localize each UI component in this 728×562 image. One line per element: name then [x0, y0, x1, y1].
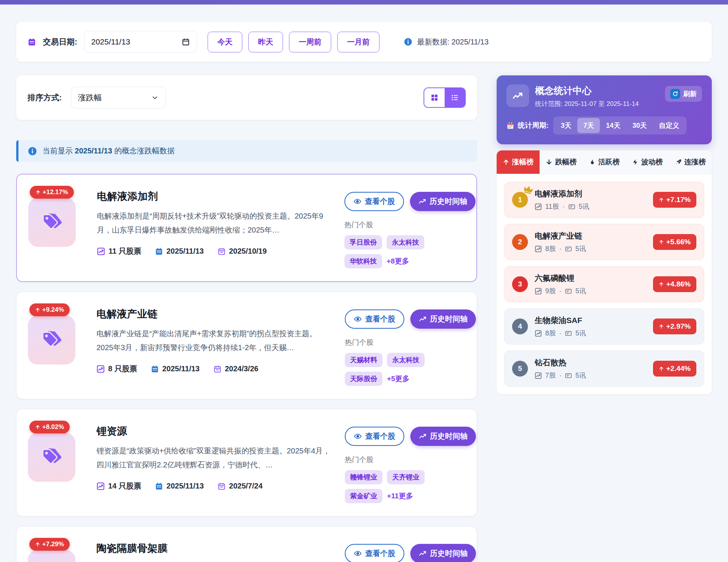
- rank-meta: 11股 · 5讯: [535, 202, 646, 211]
- calendar-check-icon: [217, 482, 226, 490]
- grid-icon: [430, 93, 439, 102]
- meta-separator: ·: [559, 372, 561, 380]
- tags-icon: [40, 211, 64, 234]
- rank-meta: 8股 · 5讯: [535, 329, 646, 338]
- latest-data-label: 最新数据: 2025/11/13: [417, 37, 489, 47]
- stock-tag[interactable]: 永太科技: [387, 235, 424, 250]
- news-icon: [565, 372, 572, 379]
- period-14d-button[interactable]: 14天: [600, 118, 626, 133]
- rank-change-badge: +5.66%: [653, 234, 696, 250]
- timeline-chart-icon: [418, 198, 426, 205]
- rank-item[interactable]: 1 电解液添加剂 11股 · 5讯 +7.17: [504, 182, 704, 218]
- history-timeline-button[interactable]: 历史时间轴: [410, 544, 476, 562]
- view-stocks-button[interactable]: 查看个股: [344, 192, 404, 211]
- rank-change-badge: +2.97%: [653, 319, 696, 334]
- stock-tag[interactable]: 天齐锂业: [387, 470, 425, 484]
- concept-title: 电解液添加剂: [97, 190, 333, 203]
- concept-card[interactable]: +12.17% 电解液添加剂 电解液添加剂是“周期反转+技术升级”双轮驱动的投资…: [16, 174, 477, 282]
- today-button[interactable]: 今天: [208, 32, 242, 52]
- history-timeline-button[interactable]: 历史时间轴: [410, 192, 476, 211]
- date-filter-label: 交易日期:: [43, 37, 77, 47]
- calendar-icon: [151, 365, 159, 373]
- concept-card[interactable]: +9.24% 电解液产业链 电解液产业链是“产能出清尾声+需求复苏初期”的拐点型…: [16, 292, 477, 399]
- list-icon: [450, 93, 459, 102]
- rank-meta: 7股 · 5讯: [535, 371, 646, 380]
- more-stocks-link[interactable]: +11更多: [387, 491, 413, 501]
- stock-tag[interactable]: 天赐材料: [345, 353, 382, 367]
- date-picker-icon[interactable]: [182, 38, 190, 46]
- hot-stocks-label: 热门个股: [345, 338, 465, 348]
- list-view-button[interactable]: [445, 88, 465, 107]
- more-stocks-link[interactable]: +5更多: [387, 374, 410, 384]
- ranking-list: 1 电解液添加剂 11股 · 5讯 +7.17: [497, 174, 712, 394]
- concept-thumbnail: [28, 315, 75, 364]
- news-icon: [565, 330, 572, 337]
- create-date: 2024/3/26: [213, 364, 258, 373]
- stock-tag[interactable]: 华软科技: [344, 254, 382, 268]
- tab-losers[interactable]: 跌幅榜: [540, 150, 583, 174]
- tab-volatility[interactable]: 波动榜: [626, 150, 669, 174]
- calendar-check-icon: [217, 247, 226, 256]
- eye-icon: [354, 550, 362, 557]
- rank-concept-name: 钻石散热: [535, 357, 646, 368]
- concept-title: 电解液产业链: [96, 307, 333, 321]
- create-date: 2025/7/24: [217, 482, 263, 490]
- ranking-tabs: 涨幅榜 跌幅榜 活跃榜 波动榜 连涨榜: [497, 150, 712, 174]
- notice-text: 当前显示 2025/11/13 的概念涨跌幅数据: [43, 146, 174, 156]
- tab-active[interactable]: 活跃榜: [583, 150, 626, 174]
- arrow-up-icon: [35, 307, 40, 312]
- hot-stocks-label: 热门个股: [344, 220, 465, 230]
- history-timeline-button[interactable]: 历史时间轴: [410, 309, 476, 329]
- rank-item[interactable]: 2 电解液产业链 8股 · 5讯 +5.66%: [504, 224, 704, 260]
- rank-item[interactable]: 4 生物柴油SAF 8股 · 5讯 +2.97%: [504, 308, 704, 345]
- history-timeline-button[interactable]: 历史时间轴: [410, 427, 476, 446]
- yesterday-button[interactable]: 昨天: [248, 32, 283, 52]
- view-toggle: [424, 87, 466, 108]
- stock-tag[interactable]: 永太科技: [387, 353, 425, 367]
- period-custom-button[interactable]: 自定义: [653, 118, 685, 133]
- tags-icon: [40, 328, 63, 352]
- arrow-down-icon: [546, 159, 552, 165]
- view-stocks-button[interactable]: 查看个股: [345, 427, 404, 446]
- panel-chart-icon-box: [506, 84, 529, 107]
- stock-tag[interactable]: 赣锋锂业: [345, 470, 382, 484]
- concept-side: 查看个股 历史时间轴 热门个股 孚日股份 永太科技 华软科技 +8更多: [344, 186, 465, 268]
- arrow-up-icon: [35, 424, 40, 430]
- concept-card[interactable]: +7.29% 陶瓷隔膜骨架膜 陶瓷隔膜骨架膜是技术创新驱动的固态电池产业链β升级…: [16, 526, 477, 562]
- month-ago-button[interactable]: 一月前: [337, 32, 379, 52]
- refresh-button[interactable]: 刷新: [665, 86, 702, 102]
- view-stocks-button[interactable]: 查看个股: [345, 544, 404, 562]
- grid-view-button[interactable]: [424, 88, 445, 107]
- stock-tag[interactable]: 紫金矿业: [345, 489, 382, 503]
- rank-concept-name: 生物柴油SAF: [535, 315, 646, 326]
- concept-side: 查看个股 历史时间轴 热门个股 星源材质 佛塑科技 东峰集团 +5更多: [345, 538, 465, 562]
- period-30d-button[interactable]: 30天: [626, 118, 653, 133]
- period-label: 统计周期:: [506, 121, 549, 130]
- stock-tag[interactable]: 孚日股份: [344, 235, 382, 250]
- sort-select[interactable]: 涨跌幅: [71, 87, 166, 109]
- period-7d-button[interactable]: 7天: [577, 118, 600, 133]
- stock-count: 8 只股票: [96, 364, 137, 374]
- concept-thumb-area: +7.29%: [28, 538, 85, 562]
- date-input[interactable]: 2025/11/13: [84, 31, 197, 53]
- stats-range: 统计范围: 2025-11-07 至 2025-11-14: [535, 100, 659, 108]
- top-accent-bar: [0, 0, 728, 5]
- rank-concept-name: 六氟磷酸锂: [535, 273, 646, 283]
- rank-item[interactable]: 3 六氟磷酸锂 9股 · 5讯 +4.86%: [504, 266, 704, 302]
- rank-item[interactable]: 5 钻石散热 7股 · 5讯 +2.44%: [504, 351, 704, 387]
- tab-gainers[interactable]: 涨幅榜: [497, 150, 540, 174]
- view-stocks-button[interactable]: 查看个股: [345, 309, 404, 329]
- concept-description: 电解液产业链是“产能出清尾声+需求复苏初期”的拐点型投资主题。2025年3月，新…: [96, 327, 333, 355]
- flame-icon: [589, 159, 596, 165]
- concept-title: 陶瓷隔膜骨架膜: [96, 542, 333, 555]
- arrow-up-icon: [659, 366, 664, 371]
- hot-stocks-tags: 天赐材料 永太科技 天际股份 +5更多: [345, 353, 465, 386]
- concept-thumbnail: [28, 433, 75, 482]
- period-3d-button[interactable]: 3天: [555, 118, 577, 133]
- more-stocks-link[interactable]: +8更多: [387, 256, 409, 266]
- week-ago-button[interactable]: 一周前: [289, 32, 331, 52]
- tab-streak[interactable]: 连涨榜: [669, 150, 712, 174]
- stock-tag[interactable]: 天际股份: [345, 372, 382, 386]
- concept-main: 电解液产业链 电解液产业链是“产能出清尾声+需求复苏初期”的拐点型投资主题。20…: [96, 303, 333, 386]
- concept-card[interactable]: +8.02% 锂资源 锂资源是“政策驱动+供给收缩”双重逻辑共振的投资主题。20…: [16, 409, 477, 516]
